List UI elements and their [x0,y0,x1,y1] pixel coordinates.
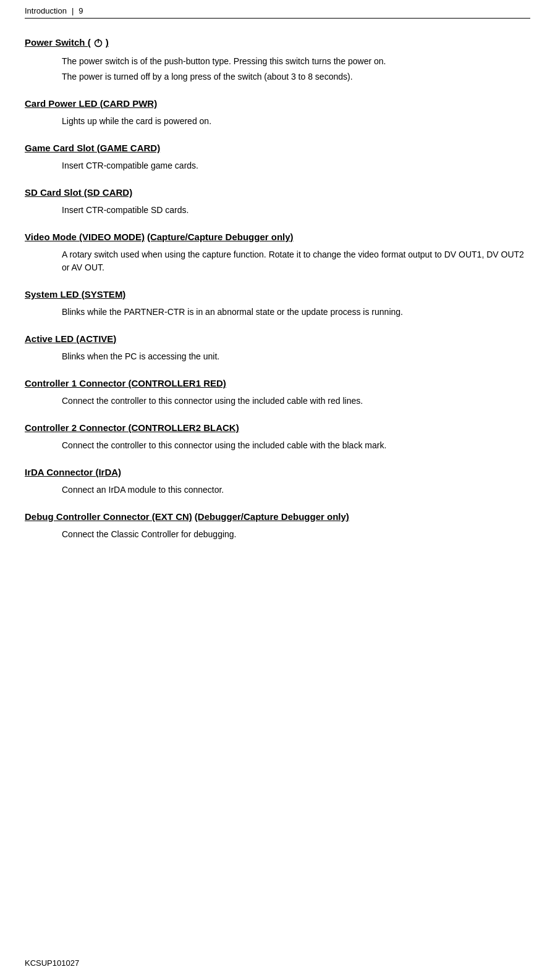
controller1-label: Controller 1 Connector (CONTROLLER1 RED) [25,378,226,388]
header-divider: | [72,6,74,15]
section-heading-sd-card-slot: SD Card Slot (SD CARD) [25,187,530,198]
section-controller1: Controller 1 Connector (CONTROLLER1 RED)… [25,378,530,408]
section-heading-debug-controller: Debug Controller Connector (EXT CN) (Deb… [25,511,530,522]
active-led-body: Blinks when the PC is accessing the unit… [25,350,530,363]
header-title: Introduction [25,6,67,15]
sd-card-slot-text: Insert CTR-compatible SD cards. [62,204,530,217]
footer: KCSUP101027 [25,958,79,968]
irda-connector-text: Connect an IrDA module to this connector… [62,484,530,496]
card-power-led-body: Lights up while the card is powered on. [25,115,530,128]
card-power-led-text: Lights up while the card is powered on. [62,115,530,128]
power-switch-label-part1: Power Switch ( [25,37,91,48]
sd-card-slot-body: Insert CTR-compatible SD cards. [25,204,530,217]
system-led-body: Blinks while the PARTNER-CTR is in an ab… [25,306,530,319]
section-sd-card-slot: SD Card Slot (SD CARD) Insert CTR-compat… [25,187,530,217]
page-header: Introduction | 9 [25,6,530,19]
section-heading-power-switch: Power Switch ( ) [25,37,530,49]
section-heading-active-led: Active LED (ACTIVE) [25,333,530,344]
game-card-slot-body: Insert CTR-compatible game cards. [25,159,530,172]
video-mode-label-extra: (Capture/Capture Debugger only) [147,232,294,242]
section-heading-controller2: Controller 2 Connector (CONTROLLER2 BLAC… [25,422,530,433]
debug-controller-text: Connect the Classic Controller for debug… [62,528,530,541]
power-switch-text1: The power switch is of the push-button t… [62,55,530,68]
header-page: 9 [78,6,83,15]
system-led-label: System LED (SYSTEM) [25,289,125,299]
section-power-switch: Power Switch ( ) The power switch is of … [25,37,530,83]
sd-card-slot-label: SD Card Slot (SD CARD) [25,187,132,198]
game-card-slot-label: Game Card Slot (GAME CARD) [25,143,160,153]
card-power-led-label: Card Power LED (CARD PWR) [25,98,157,109]
video-mode-label-underlined: Video Mode (VIDEO MODE) [25,232,145,242]
active-led-label: Active LED (ACTIVE) [25,333,116,344]
controller1-text: Connect the controller to this connector… [62,395,530,408]
section-game-card-slot: Game Card Slot (GAME CARD) Insert CTR-co… [25,143,530,172]
power-icon [93,37,103,49]
section-heading-system-led: System LED (SYSTEM) [25,289,530,299]
section-debug-controller: Debug Controller Connector (EXT CN) (Deb… [25,511,530,541]
footer-text: KCSUP101027 [25,958,79,968]
debug-controller-label-extra: (Debugger/Capture Debugger only) [195,511,349,522]
section-heading-controller1: Controller 1 Connector (CONTROLLER1 RED) [25,378,530,388]
section-system-led: System LED (SYSTEM) Blinks while the PAR… [25,289,530,319]
section-active-led: Active LED (ACTIVE) Blinks when the PC i… [25,333,530,363]
section-heading-card-power-led: Card Power LED (CARD PWR) [25,98,530,109]
game-card-slot-text: Insert CTR-compatible game cards. [62,159,530,172]
power-switch-body: The power switch is of the push-button t… [25,55,530,83]
section-video-mode: Video Mode (VIDEO MODE) (Capture/Capture… [25,232,530,274]
power-switch-text2: The power is turned off by a long press … [62,70,530,83]
section-irda-connector: IrDA Connector (IrDA) Connect an IrDA mo… [25,467,530,496]
irda-connector-label: IrDA Connector (IrDA) [25,467,121,477]
system-led-text: Blinks while the PARTNER-CTR is in an ab… [62,306,530,319]
controller2-body: Connect the controller to this connector… [25,439,530,452]
section-controller2: Controller 2 Connector (CONTROLLER2 BLAC… [25,422,530,452]
controller2-text: Connect the controller to this connector… [62,439,530,452]
controller1-body: Connect the controller to this connector… [25,395,530,408]
active-led-text: Blinks when the PC is accessing the unit… [62,350,530,363]
section-heading-video-mode: Video Mode (VIDEO MODE) (Capture/Capture… [25,232,530,242]
debug-controller-label-underlined: Debug Controller Connector (EXT CN) [25,511,192,522]
video-mode-text: A rotary switch used when using the capt… [62,248,530,274]
controller2-label: Controller 2 Connector (CONTROLLER2 BLAC… [25,422,239,433]
video-mode-body: A rotary switch used when using the capt… [25,248,530,274]
section-card-power-led: Card Power LED (CARD PWR) Lights up whil… [25,98,530,128]
page: Introduction | 9 Power Switch ( ) The po… [0,0,555,980]
irda-connector-body: Connect an IrDA module to this connector… [25,484,530,496]
section-heading-game-card-slot: Game Card Slot (GAME CARD) [25,143,530,153]
section-heading-irda-connector: IrDA Connector (IrDA) [25,467,530,477]
power-switch-label-part2: ) [106,37,109,48]
debug-controller-body: Connect the Classic Controller for debug… [25,528,530,541]
